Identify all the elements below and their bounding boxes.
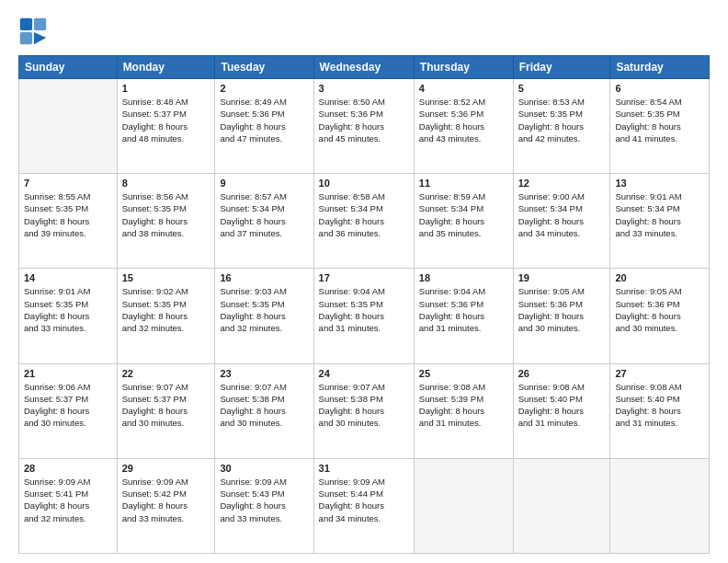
calendar-cell: 15Sunrise: 9:02 AM Sunset: 5:35 PM Dayli…	[117, 269, 215, 363]
day-number: 23	[220, 368, 308, 379]
day-number: 28	[24, 463, 112, 474]
logo	[18, 17, 53, 46]
weekday-header-row: SundayMondayTuesdayWednesdayThursdayFrid…	[19, 56, 710, 79]
calendar-header: SundayMondayTuesdayWednesdayThursdayFrid…	[19, 56, 710, 79]
day-number: 27	[615, 368, 704, 379]
calendar-cell: 2Sunrise: 8:49 AM Sunset: 5:36 PM Daylig…	[215, 79, 313, 174]
day-info: Sunrise: 9:01 AM Sunset: 5:35 PM Dayligh…	[24, 285, 112, 334]
calendar-cell	[513, 458, 610, 553]
day-number: 2	[220, 83, 308, 94]
calendar-cell: 31Sunrise: 9:09 AM Sunset: 5:44 PM Dayli…	[313, 458, 414, 553]
day-number: 29	[122, 463, 210, 474]
svg-rect-0	[20, 18, 32, 30]
calendar-cell: 13Sunrise: 9:01 AM Sunset: 5:34 PM Dayli…	[610, 174, 710, 269]
calendar-cell: 19Sunrise: 9:05 AM Sunset: 5:36 PM Dayli…	[513, 269, 610, 363]
calendar-week-row: 28Sunrise: 9:09 AM Sunset: 5:41 PM Dayli…	[19, 458, 710, 553]
calendar-cell: 21Sunrise: 9:06 AM Sunset: 5:37 PM Dayli…	[19, 363, 118, 458]
day-number: 25	[419, 368, 508, 379]
day-info: Sunrise: 9:02 AM Sunset: 5:35 PM Dayligh…	[122, 285, 210, 334]
day-number: 7	[24, 178, 112, 189]
day-info: Sunrise: 8:58 AM Sunset: 5:34 PM Dayligh…	[319, 190, 409, 239]
day-info: Sunrise: 8:56 AM Sunset: 5:35 PM Dayligh…	[122, 190, 210, 239]
day-number: 19	[518, 272, 606, 283]
weekday-header: Tuesday	[215, 56, 313, 79]
day-info: Sunrise: 9:08 AM Sunset: 5:39 PM Dayligh…	[419, 381, 508, 430]
calendar-cell: 25Sunrise: 9:08 AM Sunset: 5:39 PM Dayli…	[414, 363, 513, 458]
weekday-header: Thursday	[414, 56, 513, 79]
day-info: Sunrise: 8:50 AM Sunset: 5:36 PM Dayligh…	[319, 96, 409, 144]
weekday-header: Monday	[117, 56, 215, 79]
calendar-cell: 20Sunrise: 9:05 AM Sunset: 5:36 PM Dayli…	[610, 269, 710, 363]
calendar-cell	[610, 458, 710, 553]
day-number: 30	[220, 463, 308, 474]
calendar-cell: 1Sunrise: 8:48 AM Sunset: 5:37 PM Daylig…	[117, 79, 215, 174]
calendar-week-row: 7Sunrise: 8:55 AM Sunset: 5:35 PM Daylig…	[19, 174, 710, 269]
calendar-cell: 27Sunrise: 9:08 AM Sunset: 5:40 PM Dayli…	[610, 363, 710, 458]
day-info: Sunrise: 9:06 AM Sunset: 5:37 PM Dayligh…	[24, 381, 112, 430]
day-number: 14	[24, 272, 112, 283]
calendar-cell: 5Sunrise: 8:53 AM Sunset: 5:35 PM Daylig…	[513, 79, 610, 174]
calendar-cell: 7Sunrise: 8:55 AM Sunset: 5:35 PM Daylig…	[19, 174, 118, 269]
day-info: Sunrise: 8:53 AM Sunset: 5:35 PM Dayligh…	[518, 96, 606, 144]
calendar-cell: 17Sunrise: 9:04 AM Sunset: 5:35 PM Dayli…	[313, 269, 414, 363]
calendar-body: 1Sunrise: 8:48 AM Sunset: 5:37 PM Daylig…	[19, 79, 710, 554]
calendar-cell: 29Sunrise: 9:09 AM Sunset: 5:42 PM Dayli…	[117, 458, 215, 553]
day-info: Sunrise: 9:09 AM Sunset: 5:43 PM Dayligh…	[220, 476, 308, 524]
calendar-cell: 11Sunrise: 8:59 AM Sunset: 5:34 PM Dayli…	[414, 174, 513, 269]
day-number: 4	[419, 83, 508, 94]
logo-icon	[18, 17, 48, 46]
day-number: 3	[319, 83, 409, 94]
day-number: 1	[122, 83, 210, 94]
calendar-page: SundayMondayTuesdayWednesdayThursdayFrid…	[0, 0, 728, 563]
day-info: Sunrise: 8:59 AM Sunset: 5:34 PM Dayligh…	[419, 190, 508, 239]
day-number: 18	[419, 272, 508, 283]
header	[18, 17, 710, 46]
day-number: 16	[220, 272, 308, 283]
calendar-week-row: 21Sunrise: 9:06 AM Sunset: 5:37 PM Dayli…	[19, 363, 710, 458]
day-number: 26	[518, 368, 606, 379]
day-number: 8	[122, 178, 210, 189]
day-info: Sunrise: 9:05 AM Sunset: 5:36 PM Dayligh…	[518, 285, 606, 334]
day-number: 10	[319, 178, 409, 189]
calendar-cell: 26Sunrise: 9:08 AM Sunset: 5:40 PM Dayli…	[513, 363, 610, 458]
weekday-header: Wednesday	[313, 56, 414, 79]
day-info: Sunrise: 9:01 AM Sunset: 5:34 PM Dayligh…	[615, 190, 704, 239]
svg-rect-2	[20, 32, 32, 44]
calendar-cell	[414, 458, 513, 553]
day-number: 24	[319, 368, 409, 379]
day-info: Sunrise: 9:09 AM Sunset: 5:44 PM Dayligh…	[319, 476, 409, 524]
calendar-cell: 23Sunrise: 9:07 AM Sunset: 5:38 PM Dayli…	[215, 363, 313, 458]
day-info: Sunrise: 9:09 AM Sunset: 5:42 PM Dayligh…	[122, 476, 210, 524]
calendar-table: SundayMondayTuesdayWednesdayThursdayFrid…	[18, 55, 710, 554]
day-info: Sunrise: 9:08 AM Sunset: 5:40 PM Dayligh…	[615, 381, 704, 430]
day-info: Sunrise: 9:04 AM Sunset: 5:36 PM Dayligh…	[419, 285, 508, 334]
day-number: 9	[220, 178, 308, 189]
calendar-cell	[19, 79, 118, 174]
day-info: Sunrise: 9:00 AM Sunset: 5:34 PM Dayligh…	[518, 190, 606, 239]
calendar-cell: 30Sunrise: 9:09 AM Sunset: 5:43 PM Dayli…	[215, 458, 313, 553]
day-info: Sunrise: 9:05 AM Sunset: 5:36 PM Dayligh…	[615, 285, 704, 334]
calendar-cell: 16Sunrise: 9:03 AM Sunset: 5:35 PM Dayli…	[215, 269, 313, 363]
day-info: Sunrise: 8:55 AM Sunset: 5:35 PM Dayligh…	[24, 190, 112, 239]
day-number: 6	[615, 83, 704, 94]
calendar-cell: 6Sunrise: 8:54 AM Sunset: 5:35 PM Daylig…	[610, 79, 710, 174]
weekday-header: Sunday	[19, 56, 118, 79]
day-info: Sunrise: 8:49 AM Sunset: 5:36 PM Dayligh…	[220, 96, 308, 144]
calendar-cell: 3Sunrise: 8:50 AM Sunset: 5:36 PM Daylig…	[313, 79, 414, 174]
calendar-week-row: 14Sunrise: 9:01 AM Sunset: 5:35 PM Dayli…	[19, 269, 710, 363]
day-info: Sunrise: 8:54 AM Sunset: 5:35 PM Dayligh…	[615, 96, 704, 144]
calendar-cell: 14Sunrise: 9:01 AM Sunset: 5:35 PM Dayli…	[19, 269, 118, 363]
day-number: 12	[518, 178, 606, 189]
day-number: 31	[319, 463, 409, 474]
day-number: 20	[615, 272, 704, 283]
calendar-cell: 8Sunrise: 8:56 AM Sunset: 5:35 PM Daylig…	[117, 174, 215, 269]
day-number: 15	[122, 272, 210, 283]
day-number: 21	[24, 368, 112, 379]
svg-rect-1	[34, 18, 46, 30]
day-info: Sunrise: 9:08 AM Sunset: 5:40 PM Dayligh…	[518, 381, 606, 430]
calendar-cell: 22Sunrise: 9:07 AM Sunset: 5:37 PM Dayli…	[117, 363, 215, 458]
day-info: Sunrise: 9:09 AM Sunset: 5:41 PM Dayligh…	[24, 476, 112, 524]
day-info: Sunrise: 8:48 AM Sunset: 5:37 PM Dayligh…	[122, 96, 210, 144]
day-info: Sunrise: 9:07 AM Sunset: 5:38 PM Dayligh…	[220, 381, 308, 430]
day-number: 17	[319, 272, 409, 283]
